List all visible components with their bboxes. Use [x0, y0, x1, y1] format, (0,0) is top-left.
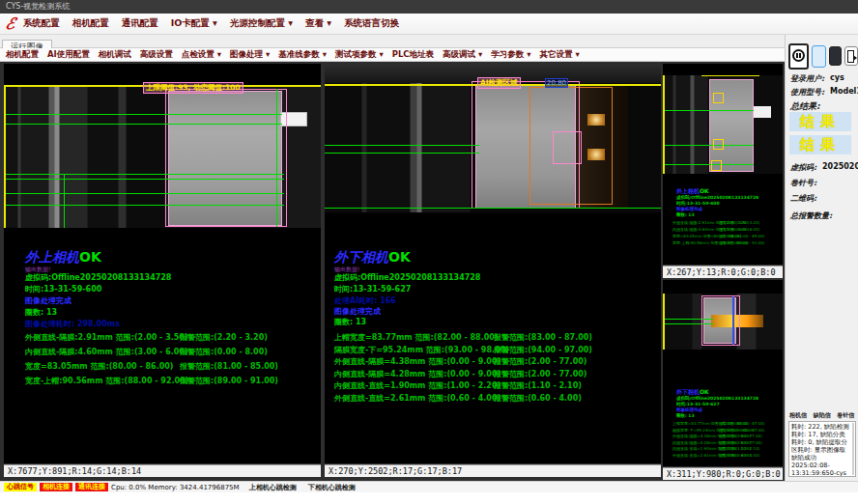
- app-window: CYS-视觉检测系统 ℰ 系统配置相机配置通讯配置IO卡配置 ▾光源控制配置 ▾…: [0, 0, 858, 504]
- user-login-button[interactable]: [812, 45, 826, 68]
- left-coords-bar: X:7677;Y:891;R:14;G:14;B:14: [4, 464, 321, 477]
- measurement-row: 外侧直线-隔膜:2.91mm 范围:(2.00 - 3.50) 报警范围:(2.…: [25, 332, 315, 347]
- menu-item[interactable]: 系统语言切换: [344, 17, 399, 30]
- measurement-row: 宽度=83.05mm 范围:(80.00 - 86.00) 报警范围:(81.0…: [25, 361, 315, 376]
- measurement-row: 外侧直线-隔膜=4.38mm 范围:(0.00 - 9.00) 报警范围:(2.…: [334, 356, 653, 369]
- threshold-overlay-label: 上限阈值:93, 动态阈值:100: [143, 82, 243, 94]
- battery-tab-image: [754, 106, 771, 118]
- toolbar-item[interactable]: AI使用配置: [47, 49, 90, 61]
- process-done-line: 图像处理完成: [334, 306, 381, 317]
- login-user-label: 登录用户:: [790, 73, 824, 84]
- alarm-range: 报警范围:(0.00 - 8.00): [180, 347, 268, 357]
- toolbar-item[interactable]: 高级设置: [140, 49, 173, 61]
- feature-box-yellow: [713, 93, 724, 103]
- menu-items: 系统配置相机配置通讯配置IO卡配置 ▾光源控制配置 ▾查看 ▾系统语言切换: [23, 17, 412, 30]
- small-top-camera-view[interactable]: 外上相机OK 虚拟码:Offline20250208133134728 时间:1…: [663, 64, 783, 265]
- left-camera-view[interactable]: 上限阈值:93, 动态阈值:100 外上相机OK 输出数据! 虚拟码:Offli…: [4, 64, 321, 463]
- measure-line: [4, 174, 284, 175]
- measure-line: [663, 110, 754, 111]
- baseline-yellow-vertical: [4, 85, 6, 228]
- mini-measurement-row: 外侧直线-隔膜:2.91mm 范围:(2.00 - 3.50) 报警范围:(2.…: [672, 220, 781, 227]
- measure-value: 内侧直线-直线=1.90mm 范围:(1.00 - 2.20): [334, 380, 500, 391]
- small-top-photo: [663, 75, 783, 174]
- sidebar-buttons: [788, 42, 858, 70]
- measure-line-vertical: [276, 89, 277, 227]
- right-sidebar: 登录用户: cys 使用型号: Model1 总结果: 结果 结果 虚拟码: 2…: [785, 35, 858, 492]
- log-textarea[interactable]: 耗时: 222, 缺陷检测耗时: 17, 缺陷分类耗时: 0, 缺陷提取分区耗时…: [788, 421, 856, 477]
- operator-button[interactable]: [829, 46, 842, 66]
- mid-camera-photo: AI检测区域 20.80: [325, 64, 661, 212]
- alarm-count-label: 总报警数量:: [790, 210, 832, 221]
- lower-camera-heartbeat-check[interactable]: 下相机心跳检测: [308, 483, 356, 492]
- alarm-range: 报警范围:(2.20 - 3.20): [180, 332, 268, 343]
- mini-process-done: 图像处理完成: [676, 207, 702, 211]
- mini-measurement-row: 宽度=83.05mm 范围:(80.00 - 86.00) 报警范围:(81.0…: [672, 234, 781, 240]
- measurement-rows: 上帽宽度=83.77mm 范围:(82.00 - 88.00) 报警范围:(83…: [334, 332, 653, 405]
- camera-result-title: 外上相机OK: [25, 249, 101, 266]
- mini-barcode: 虚拟码:Offline20250208133134728: [676, 195, 758, 200]
- toolbar-item[interactable]: 相机配置: [6, 49, 39, 61]
- count-line: 圈数: 13: [25, 307, 57, 318]
- alarm-range: 报警范围:(81.00 - 85.00): [180, 361, 278, 372]
- mid-camera-view[interactable]: AI检测区域 20.80 外下相机OK 输出数据! 虚拟码:Offline202…: [325, 64, 661, 463]
- measure-line: [663, 164, 754, 165]
- mini-measurement-rows: 外侧直线-隔膜:2.91mm 范围:(2.00 - 3.50) 报警范围:(2.…: [672, 220, 781, 247]
- feature-box-yellow: [713, 139, 724, 150]
- toolbar-item[interactable]: 相机调试: [99, 49, 131, 61]
- upper-camera-heartbeat-check[interactable]: 上相机心跳检测: [249, 483, 297, 492]
- alarm-range: 报警范围:(2.00 - 77.00): [494, 369, 586, 379]
- measure-value: 内侧直线-隔膜:4.60mm 范围:(3.00 - 6.00): [25, 347, 188, 357]
- mini-barcode: 虚拟码:Offline20250208133134728: [676, 396, 758, 401]
- toolbar-item[interactable]: 学习参数 ▾: [491, 49, 530, 61]
- login-user-value: cys: [830, 73, 844, 82]
- exit-button[interactable]: [844, 46, 858, 66]
- measure-value: 上帽宽度=83.77mm 范围:(82.00 - 88.00): [334, 332, 498, 343]
- menu-item[interactable]: 相机配置: [72, 17, 109, 30]
- measurement-row: 内侧直线-隔膜=4.28mm 范围:(0.00 - 9.00) 报警范围:(2.…: [334, 369, 653, 381]
- menu-item[interactable]: 光源控制配置 ▾: [230, 17, 293, 30]
- measurement-row: 上帽宽度=83.77mm 范围:(82.00 - 88.00) 报警范围:(83…: [334, 332, 653, 345]
- toolbar-item[interactable]: 点检设置 ▾: [182, 49, 221, 61]
- mini-measurement-row: 内侧直线-隔膜:4.60mm 范围:(3.00 - 6.00) 报警范围:(0.…: [672, 227, 781, 234]
- measure-value: 隔膜宽度-下=95.24mm 范围:(93.00 - 98.00): [334, 345, 509, 355]
- pause-button[interactable]: [788, 43, 809, 70]
- measurement-rows: 外侧直线-隔膜:2.91mm 范围:(2.00 - 3.50) 报警范围:(2.…: [25, 332, 315, 390]
- elapsed-line: 图像处理耗时: 298.00ms: [25, 319, 120, 329]
- barcode-line: 虚拟码:Offline20250208133134728: [334, 272, 480, 283]
- log-scrollbar[interactable]: [852, 423, 854, 475]
- mini-count: 圈数: 13: [676, 212, 695, 217]
- menu-item[interactable]: 系统配置: [23, 17, 60, 30]
- toolbar-item[interactable]: 图像处理 ▾: [230, 49, 270, 61]
- alarm-range: 报警范围:(89.00 - 91.00): [180, 376, 278, 386]
- measure-line: [4, 205, 284, 206]
- menu-item[interactable]: IO卡配置 ▾: [171, 17, 217, 30]
- roi-rect-pink: [701, 295, 740, 346]
- mini-measurement-rows: 上帽宽度=83.77mm 范围:(82.00 - 88.00) 报警范围:(83…: [672, 421, 781, 459]
- small-bottom-camera-view[interactable]: 外下相机OK 虚拟码:Offline20250208133134728 时间:1…: [663, 280, 783, 466]
- toolbar-item[interactable]: PLC地址表: [392, 49, 434, 61]
- mini-count: 圈数: 13: [676, 413, 695, 418]
- toolbar-item[interactable]: 其它设置 ▾: [540, 49, 580, 61]
- toolbar-item[interactable]: 测试项参数 ▾: [335, 49, 384, 61]
- feature-box-yellow: [711, 160, 722, 171]
- menu-item[interactable]: 通讯配置: [122, 17, 158, 30]
- measure-value-tag: 20.80: [545, 78, 568, 88]
- alarm-range: 报警范围:(83.00 - 87.00): [494, 332, 592, 343]
- model-label: 使用型号:: [790, 87, 824, 98]
- result-ok: OK: [79, 249, 101, 265]
- toolbar-item[interactable]: 基准线参数 ▾: [278, 49, 327, 61]
- measure-line: [325, 153, 479, 154]
- measure-line: [4, 193, 284, 194]
- roi-rect-pink: [165, 89, 287, 227]
- mini-time: 时间:13-31-59-600: [676, 201, 720, 206]
- alarm-range: 报警范围:(1.10 - 2.10): [494, 380, 582, 391]
- ai-region-label: AI检测区域: [477, 77, 521, 89]
- toolbar-item[interactable]: 高级调试 ▾: [443, 49, 482, 61]
- pause-icon: [792, 49, 805, 62]
- measure-line: [663, 145, 754, 146]
- small-bottom-photo: [663, 294, 783, 350]
- measurement-row: 宽度-上帽:90.56mm 范围:(88.00 - 92.00) 报警范围:(8…: [25, 376, 315, 390]
- baseline-yellow: [701, 75, 759, 76]
- heartbeat-badge: 心跳信号: [4, 483, 37, 491]
- menu-item[interactable]: 查看 ▾: [305, 17, 331, 30]
